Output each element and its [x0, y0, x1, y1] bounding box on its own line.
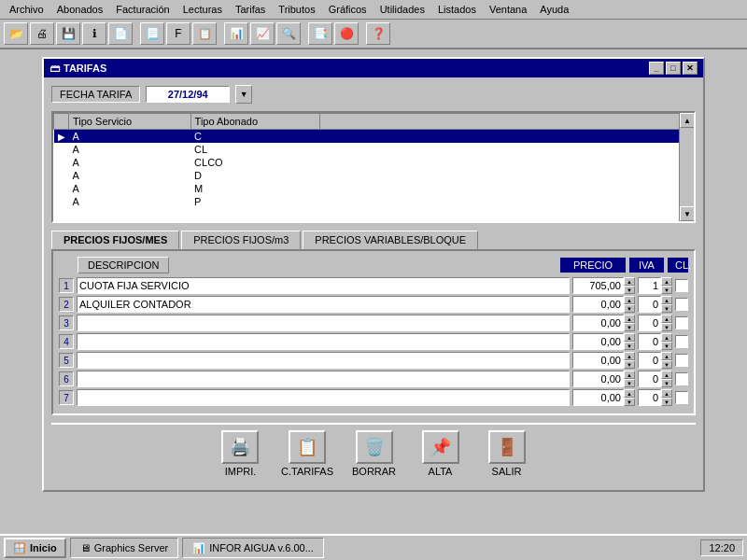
iva-input-5[interactable]: [638, 352, 661, 369]
price-input-2[interactable]: [572, 296, 624, 313]
price-spin-up-2[interactable]: ▲: [624, 296, 635, 304]
menu-archivo[interactable]: Archivo: [4, 2, 49, 17]
desc-input-7[interactable]: [77, 389, 570, 406]
menu-utilidades[interactable]: Utilidades: [374, 2, 430, 17]
desc-input-1[interactable]: [77, 277, 570, 294]
tb-12[interactable]: 📑: [308, 22, 332, 45]
menu-tarifas[interactable]: Tarifas: [230, 2, 271, 17]
cl-checkbox-4[interactable]: [675, 335, 688, 348]
menu-ayuda[interactable]: Ayuda: [534, 2, 574, 17]
iva-input-3[interactable]: [638, 315, 661, 331]
grid-row[interactable]: A CLCO: [54, 156, 694, 169]
iva-spin-up-7[interactable]: ▲: [661, 389, 672, 398]
cl-checkbox-1[interactable]: [675, 279, 688, 292]
price-input-1[interactable]: [572, 277, 624, 294]
cl-checkbox-7[interactable]: [675, 391, 688, 404]
grid-row[interactable]: ▶ A C: [54, 130, 694, 144]
price-spin-down-6[interactable]: ▼: [624, 379, 635, 387]
tb-14[interactable]: ❓: [366, 22, 390, 45]
menu-facturacion[interactable]: Facturación: [110, 2, 175, 17]
tb-6[interactable]: 📃: [140, 22, 164, 45]
iva-input-6[interactable]: [638, 371, 661, 387]
tb-3[interactable]: 💾: [56, 22, 80, 45]
tb-9[interactable]: 📊: [224, 22, 248, 45]
start-button[interactable]: 🪟 Inicio: [4, 538, 66, 558]
tab-precios-fijos-m3[interactable]: PRECIOS FIJOS/m3: [181, 231, 301, 249]
iva-spin-up-3[interactable]: ▲: [661, 315, 672, 323]
price-spin-down-5[interactable]: ▼: [624, 360, 635, 369]
price-spin-up-4[interactable]: ▲: [624, 333, 635, 342]
iva-input-4[interactable]: [638, 333, 661, 350]
scroll-up[interactable]: ▲: [680, 113, 695, 128]
price-spin-down-4[interactable]: ▼: [624, 342, 635, 350]
btn-impri[interactable]: 🖨️ IMPRI.: [215, 430, 266, 477]
cl-checkbox-5[interactable]: [675, 354, 688, 367]
menu-lecturas[interactable]: Lecturas: [177, 2, 228, 17]
price-input-3[interactable]: [572, 315, 624, 331]
iva-spin-down-1[interactable]: ▼: [661, 286, 672, 294]
grid-row[interactable]: A P: [54, 195, 694, 208]
iva-input-2[interactable]: [638, 296, 661, 313]
tb-11[interactable]: 🔍: [276, 22, 301, 45]
price-input-7[interactable]: [572, 389, 624, 406]
menu-tributos[interactable]: Tributos: [273, 2, 320, 17]
iva-spin-up-4[interactable]: ▲: [661, 333, 672, 342]
desc-input-3[interactable]: [77, 315, 570, 331]
tb-5[interactable]: 📄: [108, 22, 133, 45]
iva-spin-down-7[interactable]: ▼: [661, 398, 672, 406]
tab-precios-variables[interactable]: PRECIOS VARIABLES/BLOQUE: [303, 231, 478, 249]
desc-input-2[interactable]: [77, 296, 570, 313]
price-spin-down-1[interactable]: ▼: [624, 286, 635, 294]
iva-input-7[interactable]: [638, 389, 661, 406]
grid-row[interactable]: A CL: [54, 143, 694, 156]
taskbar-infor-aigua[interactable]: 📊 INFOR AIGUA v.6.00...: [182, 538, 324, 558]
price-input-6[interactable]: [572, 371, 624, 387]
iva-spin-down-2[interactable]: ▼: [661, 304, 672, 313]
iva-input-1[interactable]: [638, 277, 661, 294]
tb-4[interactable]: ℹ: [82, 22, 106, 45]
desc-header-btn[interactable]: DESCRIPCION: [78, 257, 169, 273]
tb-8[interactable]: 📋: [192, 22, 217, 45]
menu-abonados[interactable]: Abonados: [51, 2, 109, 17]
desc-input-4[interactable]: [77, 333, 570, 350]
tb-10[interactable]: 📈: [250, 22, 275, 45]
cl-checkbox-3[interactable]: [675, 316, 688, 329]
cl-checkbox-2[interactable]: [675, 298, 688, 311]
desc-input-6[interactable]: [77, 371, 570, 387]
price-spin-down-3[interactable]: ▼: [624, 323, 635, 331]
price-spin-up-5[interactable]: ▲: [624, 352, 635, 360]
win-maximize[interactable]: □: [666, 62, 681, 75]
scroll-down[interactable]: ▼: [680, 206, 695, 221]
win-close[interactable]: ✕: [683, 62, 698, 75]
cl-checkbox-6[interactable]: [675, 372, 688, 385]
iva-spin-down-6[interactable]: ▼: [661, 379, 672, 387]
iva-spin-up-2[interactable]: ▲: [661, 296, 672, 304]
price-spin-up-3[interactable]: ▲: [624, 315, 635, 323]
menu-graficos[interactable]: Gráficos: [323, 2, 373, 17]
grid-row[interactable]: A D: [54, 169, 694, 182]
desc-input-5[interactable]: [77, 352, 570, 369]
tb-7[interactable]: F: [166, 22, 190, 45]
btn-ctarifas[interactable]: 📋 C.TARIFAS: [281, 430, 333, 477]
iva-spin-down-3[interactable]: ▼: [661, 323, 672, 331]
grid-row[interactable]: A M: [54, 182, 694, 195]
price-input-5[interactable]: [572, 352, 624, 369]
btn-salir[interactable]: 🚪 SALIR: [481, 430, 532, 477]
fecha-dropdown[interactable]: ▼: [235, 85, 252, 104]
price-spin-up-1[interactable]: ▲: [624, 277, 635, 286]
iva-spin-up-6[interactable]: ▲: [661, 371, 672, 379]
price-spin-down-7[interactable]: ▼: [624, 398, 635, 406]
menu-listados[interactable]: Listados: [432, 2, 482, 17]
iva-spin-up-1[interactable]: ▲: [661, 277, 672, 286]
price-input-4[interactable]: [572, 333, 624, 350]
tb-open[interactable]: 📂: [4, 22, 28, 45]
iva-spin-up-5[interactable]: ▲: [661, 352, 672, 360]
btn-alta[interactable]: 📌 ALTA: [415, 430, 466, 477]
tab-precios-fijos-mes[interactable]: PRECIOS FIJOS/MES: [51, 231, 179, 249]
taskbar-graphics-server[interactable]: 🖥 Graphics Server: [70, 538, 178, 558]
btn-borrar[interactable]: 🗑️ BORRAR: [348, 430, 400, 477]
iva-spin-down-4[interactable]: ▼: [661, 342, 672, 350]
tb-13[interactable]: 🔴: [334, 22, 359, 45]
menu-ventana[interactable]: Ventana: [484, 2, 532, 17]
price-spin-up-7[interactable]: ▲: [624, 389, 635, 398]
